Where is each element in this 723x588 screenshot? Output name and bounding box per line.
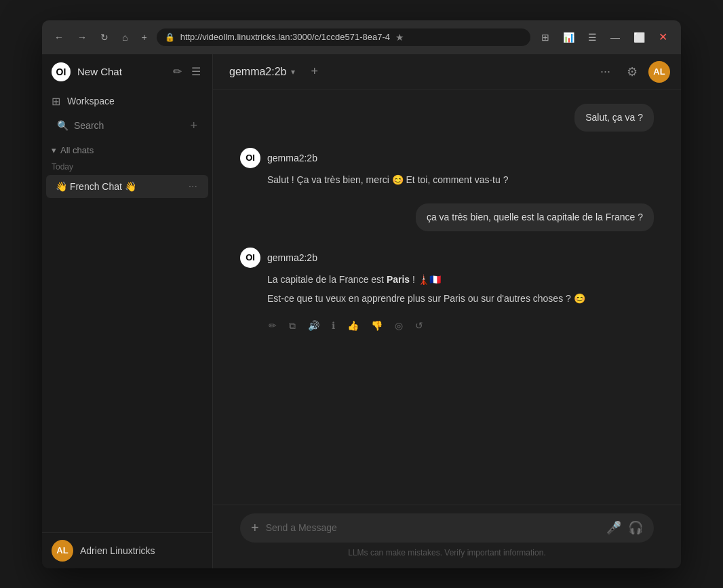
bold-word: Paris	[387, 274, 410, 285]
voice-input-button[interactable]: 🎤	[606, 520, 621, 535]
settings-button[interactable]: ⚙	[621, 62, 643, 82]
close-button[interactable]: ✕	[653, 28, 673, 46]
newtab-button[interactable]: +	[137, 29, 151, 45]
speak-button[interactable]: 🔊	[307, 319, 321, 333]
new-search-icon[interactable]: +	[190, 119, 197, 133]
list-item[interactable]: 👋 French Chat 👋 ···	[46, 175, 208, 198]
avatar: AL	[52, 540, 73, 562]
edit-button[interactable]: ✏	[171, 63, 184, 80]
app-logo: OI	[52, 62, 71, 81]
input-area: + 🎤 🎧 LLMs can make mistakes. Verify imp…	[213, 505, 681, 568]
message-user: Salut, ça va ?	[240, 104, 654, 132]
user-bubble: ça va très bien, quelle est la capitale …	[416, 203, 654, 231]
home-button[interactable]: ⌂	[118, 29, 132, 45]
model-selector-button[interactable]: gemma2:2b ▾	[224, 63, 300, 81]
back-button[interactable]: ←	[50, 29, 68, 45]
main-area: gemma2:2b ▾ + ··· ⚙ AL Salut, ça va ? O	[213, 54, 681, 568]
avatar: AL	[648, 61, 670, 83]
maximize-button[interactable]: ⬜	[628, 29, 650, 45]
minimize-button[interactable]: —	[605, 29, 625, 45]
ai-message-header: OI gemma2:2b	[240, 248, 654, 268]
chevron-icon: ▾	[52, 145, 56, 155]
all-chats-label: All chats	[60, 145, 94, 155]
regenerate-button[interactable]: ↺	[414, 319, 425, 333]
add-tab-button[interactable]: +	[306, 62, 324, 81]
filter-button[interactable]: ☰	[189, 63, 203, 80]
menu-button[interactable]: ☰	[583, 29, 602, 45]
ai-message-line2: Est-ce que tu veux en apprendre plus sur…	[267, 291, 654, 306]
input-box: + 🎤 🎧	[240, 513, 654, 543]
search-label: Search	[74, 120, 104, 131]
circle-button[interactable]: ◎	[393, 319, 404, 333]
ai-message-line1: La capitale de la France est Paris ! 🗼🇫🇷	[267, 272, 654, 287]
workspace-label: Workspace	[67, 96, 115, 106]
reload-button[interactable]: ↻	[96, 29, 113, 45]
all-chats-toggle[interactable]: ▾ All chats	[42, 141, 212, 159]
chat-item-label: 👋 French Chat 👋	[56, 181, 187, 192]
more-options-button[interactable]: ···	[595, 62, 616, 81]
copy-button[interactable]: ⧉	[288, 319, 297, 333]
bookmark-icon[interactable]: ★	[395, 32, 404, 43]
thumbsdown-button[interactable]: 👎	[370, 319, 384, 333]
ai-message-content: Salut ! Ça va très bien, merci 😊 Et toi,…	[267, 172, 654, 187]
workspace-icon: ⊞	[52, 95, 60, 108]
disclaimer-text: LLMs can make mistakes. Verify important…	[240, 543, 654, 564]
ai-avatar: OI	[240, 248, 260, 268]
chat-more-button[interactable]: ···	[187, 180, 199, 193]
attach-button[interactable]: +	[251, 520, 259, 536]
info-button[interactable]: ℹ	[330, 319, 336, 333]
edit-message-button[interactable]: ✏	[267, 319, 278, 333]
chevron-down-icon: ▾	[291, 67, 295, 77]
sidebar-item-workspace[interactable]: ⊞ Workspace	[42, 90, 212, 113]
url-text: http://videollm.linuxtricks.lan:3000/c/1…	[180, 32, 390, 42]
url-bar[interactable]: 🔒 http://videollm.linuxtricks.lan:3000/c…	[157, 28, 530, 46]
grid-view-button[interactable]: ⊞	[536, 29, 555, 45]
headphone-button[interactable]: 🎧	[628, 520, 643, 535]
user-name: Adrien Linuxtricks	[80, 545, 155, 556]
forward-button[interactable]: →	[73, 29, 91, 45]
messages-area: Salut, ça va ? OI gemma2:2b Salut ! Ça v…	[213, 90, 681, 505]
message-ai: OI gemma2:2b Salut ! Ça va très bien, me…	[240, 148, 654, 187]
chat-header: gemma2:2b ▾ + ··· ⚙ AL	[213, 54, 681, 90]
ai-message-header: OI gemma2:2b	[240, 148, 654, 168]
message-actions: ✏ ⧉ 🔊 ℹ 👍 👎 ◎ ↺	[267, 319, 654, 333]
sidebar-footer: AL Adrien Linuxtricks	[42, 532, 212, 568]
search-bar[interactable]: 🔍 Search +	[47, 115, 207, 137]
bar-chart-button[interactable]: 📊	[558, 29, 580, 45]
search-icon: 🔍	[57, 120, 69, 131]
lock-icon: 🔒	[165, 33, 175, 42]
ai-sender-name: gemma2:2b	[267, 153, 317, 163]
chats-section: ▾ All chats Today 👋 French Chat 👋 ···	[42, 138, 212, 201]
sidebar-header: OI New Chat ✏ ☰	[42, 54, 212, 90]
message-input[interactable]	[266, 522, 600, 533]
user-bubble: Salut, ça va ?	[574, 104, 654, 132]
message-user: ça va très bien, quelle est la capitale …	[240, 203, 654, 231]
new-chat-label: New Chat	[77, 66, 164, 77]
ai-message-content: La capitale de la France est Paris ! 🗼🇫🇷…	[267, 272, 654, 311]
model-name: gemma2:2b	[229, 66, 287, 78]
browser-actions: ⊞ 📊 ☰ — ⬜ ✕	[536, 28, 673, 46]
ai-sender-name: gemma2:2b	[267, 252, 317, 263]
message-ai: OI gemma2:2b La capitale de la France es…	[240, 248, 654, 333]
ai-avatar: OI	[240, 148, 260, 168]
sidebar: OI New Chat ✏ ☰ ⊞ Workspace 🔍 Search + ▾	[42, 54, 213, 568]
browser-bar: ← → ↻ ⌂ + 🔒 http://videollm.linuxtricks.…	[42, 20, 681, 54]
ai-message-text: Salut ! Ça va très bien, merci 😊 Et toi,…	[267, 174, 508, 185]
thumbsup-button[interactable]: 👍	[346, 319, 360, 333]
date-group-today: Today	[42, 159, 212, 174]
